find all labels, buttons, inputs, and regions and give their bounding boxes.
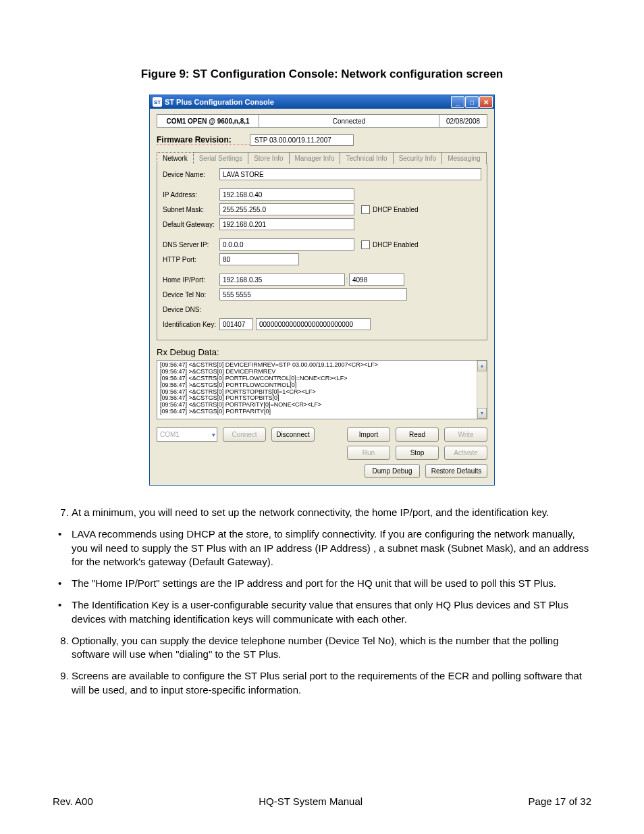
read-button[interactable]: Read — [396, 427, 439, 442]
ip-address-label: IP Address: — [163, 191, 219, 199]
firmware-label: Firmware Revision: — [157, 135, 250, 145]
restore-defaults-button[interactable]: Restore Defaults — [425, 464, 487, 478]
list-item: LAVA recommends using DHCP at the store,… — [72, 527, 591, 569]
device-name-label: Device Name: — [163, 171, 219, 178]
list-item: The "Home IP/Port" settings are the IP a… — [72, 577, 591, 590]
page-footer: Rev. A00 HQ-ST System Manual Page 17 of … — [53, 796, 591, 807]
list-item: Screens are available to configure the S… — [72, 669, 591, 697]
run-button[interactable]: Run — [347, 446, 390, 460]
network-panel: Device Name: LAVA STORE IP Address: 192.… — [157, 163, 487, 340]
minimize-icon[interactable]: _ — [451, 96, 464, 108]
scrollbar[interactable]: ▴ ▾ — [477, 361, 487, 419]
list-item: At a minimum, you will need to set up th… — [72, 506, 591, 519]
dhcp-checkbox-2[interactable] — [361, 240, 370, 249]
firmware-value: STP 03.00.00/19.11.2007 — [250, 134, 354, 146]
app-window: ST ST Plus Configuration Console _ □ ✕ C… — [149, 95, 495, 486]
device-tel-label: Device Tel No: — [163, 291, 219, 298]
http-port-label: HTTP Port: — [163, 256, 219, 263]
dhcp-label-2: DHCP Enabled — [373, 241, 419, 249]
title-bar: ST ST Plus Configuration Console _ □ ✕ — [150, 95, 494, 109]
ip-address-input[interactable]: 192.168.0.40 — [219, 188, 354, 201]
id-key-input-2[interactable]: 0000000000000000000000000 — [256, 318, 371, 330]
scroll-down-icon[interactable]: ▾ — [477, 408, 487, 419]
list-item: Optionally, you can supply the device te… — [72, 634, 591, 662]
http-port-input[interactable]: 80 — [219, 253, 299, 265]
disconnect-button[interactable]: Disconnect — [271, 427, 315, 442]
close-icon[interactable]: ✕ — [479, 96, 493, 108]
dump-debug-button[interactable]: Dump Debug — [365, 464, 420, 478]
footer-title: HQ-ST System Manual — [259, 796, 363, 807]
date-display: 02/08/2008 — [439, 114, 487, 128]
tab-store-info[interactable]: Store Info — [248, 152, 289, 164]
body-text: At a minimum, you will need to set up th… — [53, 506, 591, 697]
dhcp-label-1: DHCP Enabled — [373, 206, 419, 213]
window-title: ST Plus Configuration Console — [165, 98, 451, 106]
scroll-up-icon[interactable]: ▴ — [477, 361, 487, 371]
device-dns-label: Device DNS: — [163, 306, 219, 313]
id-key-input-1[interactable]: 001407 — [219, 318, 253, 330]
activate-button[interactable]: Activate — [444, 446, 487, 460]
tab-messaging[interactable]: Messaging — [441, 152, 486, 164]
maximize-icon[interactable]: □ — [465, 96, 479, 108]
rx-debug-label: Rx Debug Data: — [157, 347, 487, 357]
com-status: COM1 OPEN @ 9600,n,8,1 — [157, 114, 259, 128]
id-key-label: Identification Key: — [163, 321, 219, 328]
tab-serial-settings[interactable]: Serial Settings — [193, 152, 248, 164]
subnet-mask-label: Subnet Mask: — [163, 206, 219, 213]
tab-technical-info[interactable]: Technical Info — [340, 152, 393, 164]
dhcp-checkbox-1[interactable] — [361, 205, 370, 214]
device-name-input[interactable]: LAVA STORE — [219, 168, 481, 180]
connection-status: Connected — [259, 114, 439, 128]
subnet-mask-input[interactable]: 255.255.255.0 — [219, 203, 354, 215]
tab-strip: Network Serial Settings Store Info Manag… — [157, 152, 487, 164]
dns-server-input[interactable]: 0.0.0.0 — [219, 238, 354, 251]
write-button[interactable]: Write — [444, 427, 487, 442]
home-port-input[interactable]: 4098 — [349, 273, 404, 286]
dns-server-label: DNS Server IP: — [163, 241, 219, 249]
device-tel-input[interactable]: 555 5555 — [219, 288, 407, 301]
figure-caption: Figure 9: ST Configuration Console: Netw… — [53, 68, 591, 81]
default-gateway-label: Default Gateway: — [163, 221, 219, 228]
com-port-select[interactable]: COM1 — [157, 427, 217, 442]
tab-manager-info[interactable]: Manager Info — [289, 152, 341, 164]
rx-debug-output: [09:56:47] <&CSTRS[0] DEVICEFIRMREV=STP … — [157, 360, 487, 419]
connect-button[interactable]: Connect — [223, 427, 266, 442]
debug-line: [09:56:47] >&CSTGS[0] PORTPARITY[0] — [160, 409, 484, 415]
tab-network[interactable]: Network — [157, 152, 194, 164]
default-gateway-input[interactable]: 192.168.0.201 — [219, 218, 354, 230]
list-item: The Identification Key is a user-configu… — [72, 598, 591, 626]
tab-security-info[interactable]: Security Info — [393, 152, 443, 164]
stop-button[interactable]: Stop — [396, 446, 439, 460]
footer-page: Page 17 of 32 — [529, 796, 591, 807]
home-ip-input[interactable]: 192.168.0.35 — [219, 273, 345, 286]
footer-rev: Rev. A00 — [53, 796, 93, 807]
home-ip-label: Home IP/Port: — [163, 276, 219, 284]
app-icon: ST — [153, 97, 162, 107]
import-button[interactable]: Import — [347, 427, 390, 442]
